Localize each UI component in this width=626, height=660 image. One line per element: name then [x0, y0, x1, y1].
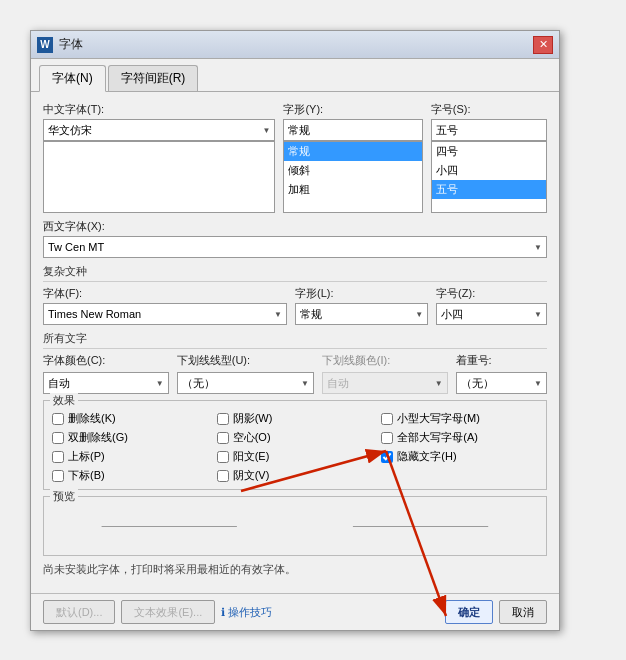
effect-subscript: 下标(B): [52, 468, 209, 483]
tab-spacing[interactable]: 字符间距(R): [108, 65, 199, 91]
complex-style-col: 字形(L): 常规 ▼: [295, 286, 428, 325]
strikethrough-label: 删除线(K): [68, 411, 116, 426]
emphasis-dropdown[interactable]: （无） ▼: [456, 372, 547, 394]
small-caps-checkbox[interactable]: [381, 413, 393, 425]
complex-font-dropdown[interactable]: Times New Roman ▼: [43, 303, 287, 325]
chinese-font-arrow: ▼: [262, 126, 270, 135]
complex-style-label: 字形(L):: [295, 286, 428, 301]
style-label: 字形(Y):: [283, 102, 422, 117]
preview-section: 预览: [43, 496, 547, 556]
close-button[interactable]: ✕: [533, 36, 553, 54]
shadow-checkbox[interactable]: [217, 413, 229, 425]
complex-size-arrow: ▼: [534, 310, 542, 319]
all-text-row-values: 自动 ▼ （无） ▼ 自动 ▼: [43, 372, 547, 394]
effect-superscript: 上标(P): [52, 449, 209, 464]
western-font-arrow: ▼: [534, 243, 542, 252]
app-icon: W: [37, 37, 53, 53]
all-caps-label: 全部大写字母(A): [397, 430, 478, 445]
preview-label: 预览: [50, 489, 78, 504]
font-color-dropdown[interactable]: 自动 ▼: [43, 372, 169, 394]
tab-bar: 字体(N) 字符间距(R): [31, 59, 559, 92]
chinese-font-dropdown[interactable]: 华文仿宋 ▼: [43, 119, 275, 141]
western-font-label: 西文字体(X):: [43, 219, 547, 234]
style-input[interactable]: 常规: [283, 119, 422, 141]
underline-style-dropdown-wrap: （无） ▼: [177, 372, 314, 394]
chinese-font-listbox[interactable]: [43, 141, 275, 213]
size-label: 字号(S):: [431, 102, 547, 117]
font-dialog: W 字体 ✕ 字体(N) 字符间距(R) 中文字体(T): 华文仿宋 ▼: [30, 30, 560, 631]
cancel-button[interactable]: 取消: [499, 600, 547, 624]
engrave-label: 阴文(V): [233, 468, 270, 483]
size-input[interactable]: 五号: [431, 119, 547, 141]
underline-style-label: 下划线线型(U):: [177, 353, 314, 368]
western-font-dropdown[interactable]: Tw Cen MT ▼: [43, 236, 547, 258]
small-caps-label: 小型大写字母(M): [397, 411, 480, 426]
size-col: 字号(S): 五号 四号 小四 五号: [431, 102, 547, 213]
superscript-checkbox[interactable]: [52, 451, 64, 463]
double-strike-label: 双删除线(G): [68, 430, 128, 445]
effects-section: 效果 删除线(K) 阴影(W) 小型大写字母(M): [43, 400, 547, 490]
style-item-bold[interactable]: 加粗: [284, 180, 421, 199]
size-listbox[interactable]: 四号 小四 五号: [431, 141, 547, 213]
complex-size-label: 字号(Z):: [436, 286, 547, 301]
preview-lines: [69, 512, 521, 541]
complex-size-col: 字号(Z): 小四 ▼: [436, 286, 547, 325]
style-item-regular[interactable]: 常规: [284, 142, 421, 161]
complex-font-col: 字体(F): Times New Roman ▼: [43, 286, 287, 325]
subscript-checkbox[interactable]: [52, 470, 64, 482]
size-item-4[interactable]: 四号: [432, 142, 546, 161]
complex-font-dropdown-arrow: ▼: [274, 310, 282, 319]
hidden-checkbox[interactable]: [381, 451, 393, 463]
emphasis-label: 着重号:: [456, 353, 547, 368]
font-color-arrow: ▼: [156, 379, 164, 388]
hidden-label: 隐藏文字(H): [397, 449, 456, 464]
dialog-backdrop: W 字体 ✕ 字体(N) 字符间距(R) 中文字体(T): 华文仿宋 ▼: [0, 0, 626, 660]
style-listbox[interactable]: 常规 倾斜 加粗: [283, 141, 422, 213]
strikethrough-checkbox[interactable]: [52, 413, 64, 425]
subscript-label: 下标(B): [68, 468, 105, 483]
emphasis-dropdown-wrap: （无） ▼: [456, 372, 547, 394]
complex-font-row: 字体(F): Times New Roman ▼ 字形(L): 常规 ▼ 字号(…: [43, 286, 547, 325]
complex-size-dropdown[interactable]: 小四 ▼: [436, 303, 547, 325]
complex-style-dropdown[interactable]: 常规 ▼: [295, 303, 428, 325]
effect-all-caps: 全部大写字母(A): [381, 430, 538, 445]
default-button[interactable]: 默认(D)...: [43, 600, 115, 624]
tab-font[interactable]: 字体(N): [39, 65, 106, 92]
help-label: 操作技巧: [228, 605, 272, 620]
shadow-label: 阴影(W): [233, 411, 273, 426]
font-color-col: 字体颜色(C):: [43, 353, 169, 370]
style-item-italic[interactable]: 倾斜: [284, 161, 421, 180]
help-link[interactable]: ℹ 操作技巧: [221, 600, 272, 624]
underline-color-dropdown[interactable]: 自动 ▼: [322, 372, 448, 394]
ok-button[interactable]: 确定: [445, 600, 493, 624]
underline-style-dropdown[interactable]: （无） ▼: [177, 372, 314, 394]
effect-shadow: 阴影(W): [217, 411, 374, 426]
text-effect-button[interactable]: 文本效果(E)...: [121, 600, 215, 624]
effect-strikethrough: 删除线(K): [52, 411, 209, 426]
superscript-label: 上标(P): [68, 449, 105, 464]
underline-color-col: 下划线颜色(I):: [322, 353, 448, 370]
engrave-checkbox[interactable]: [217, 470, 229, 482]
style-col: 字形(Y): 常规 常规 倾斜 加粗: [283, 102, 422, 213]
font-row-western: 西文字体(X): Tw Cen MT ▼: [43, 219, 547, 258]
effects-grid: 删除线(K) 阴影(W) 小型大写字母(M) 双删除线(G): [52, 411, 538, 483]
double-strike-checkbox[interactable]: [52, 432, 64, 444]
dialog-footer: 默认(D)... 文本效果(E)... ℹ 操作技巧 确定 取消: [31, 593, 559, 630]
chinese-font-col: 中文字体(T): 华文仿宋 ▼: [43, 102, 275, 213]
effect-emboss: 阳文(E): [217, 449, 374, 464]
underline-style-arrow: ▼: [301, 379, 309, 388]
all-text-section-label: 所有文字: [43, 331, 547, 349]
complex-style-arrow: ▼: [415, 310, 423, 319]
emboss-checkbox[interactable]: [217, 451, 229, 463]
title-bar: W 字体 ✕: [31, 31, 559, 59]
size-item-5[interactable]: 五号: [432, 180, 546, 199]
all-caps-checkbox[interactable]: [381, 432, 393, 444]
chinese-font-label: 中文字体(T):: [43, 102, 275, 117]
size-item-xiaosi[interactable]: 小四: [432, 161, 546, 180]
emphasis-arrow: ▼: [534, 379, 542, 388]
effects-section-label: 效果: [50, 393, 78, 408]
font-color-label: 字体颜色(C):: [43, 353, 169, 368]
hollow-checkbox[interactable]: [217, 432, 229, 444]
font-color-dropdown-wrap: 自动 ▼: [43, 372, 169, 394]
footer-left-buttons: 默认(D)... 文本效果(E)... ℹ 操作技巧: [43, 600, 439, 624]
